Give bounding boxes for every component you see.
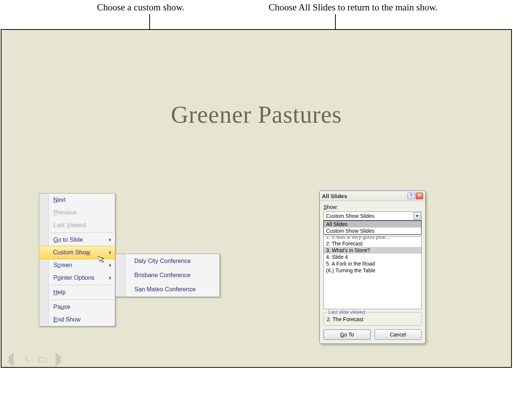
dropdown-item-all-slides[interactable]: All Slides <box>324 221 421 228</box>
list-item[interactable]: 1. It was a very good year... <box>324 236 421 240</box>
menu-item-next[interactable]: Next <box>39 194 115 206</box>
next-slide-icon[interactable] <box>54 355 63 364</box>
menu-item-last-viewed: Last Viewed <box>39 219 115 232</box>
list-item[interactable]: (6.) Turning the Table <box>324 267 421 274</box>
help-button[interactable]: ? <box>407 192 415 199</box>
pen-icon[interactable] <box>22 355 31 364</box>
cancel-button[interactable]: Cancel <box>375 329 422 340</box>
show-label: Show: <box>323 204 422 210</box>
show-combobox[interactable]: Custom Show Slides All Slides Custom Sho… <box>323 211 422 220</box>
last-slide-viewed-label: Last slide viewed <box>327 309 367 315</box>
annotation-right: Choose All Slides to return to the main … <box>269 2 438 13</box>
slides-listbox[interactable]: 1. It was a very good year... 2. The For… <box>323 236 422 309</box>
list-item[interactable]: 2. The Forecast <box>324 240 421 247</box>
menu-item-pause[interactable]: Pause <box>39 301 115 313</box>
submenu-item-brisbane[interactable]: Brisbane Conference <box>116 268 219 282</box>
submenu-item-daly-city[interactable]: Daly City Conference <box>116 254 219 268</box>
menu-item-custom-show[interactable]: Custom Show <box>39 246 115 259</box>
menu-item-previous: Previous <box>39 206 115 219</box>
submenu-icon-strip <box>116 254 125 297</box>
combo-dropdown-list: All Slides Custom Show Slides <box>323 220 422 235</box>
slideshow-nav-controls <box>7 355 63 364</box>
submenu-item-san-mateo[interactable]: San Mateo Conference <box>116 282 219 297</box>
custom-show-submenu: Daly City Conference Brisbane Conference… <box>115 254 220 297</box>
menu-separator <box>50 232 113 233</box>
menu-item-pointer-options[interactable]: Pointer Options <box>39 272 115 284</box>
menu-item-go-to-slide[interactable]: Go to Slide <box>39 233 115 246</box>
all-slides-dialog: All Slides ? ✕ Show: Custom Show Slides … <box>319 191 426 344</box>
last-slide-viewed-group: Last slide viewed 2. The Forecast <box>323 312 422 326</box>
menu-item-help[interactable]: Help <box>39 286 115 299</box>
dropdown-item-custom-show-slides[interactable]: Custom Show Slides <box>324 228 421 234</box>
close-button[interactable]: ✕ <box>416 192 423 199</box>
menu-separator <box>50 300 113 300</box>
combo-dropdown-button[interactable] <box>413 212 421 220</box>
submenu-arrow-icon <box>109 276 111 280</box>
dialog-titlebar[interactable]: All Slides ? ✕ <box>320 191 425 201</box>
slideshow-menu-icon[interactable] <box>38 355 47 364</box>
slideshow-viewport[interactable]: Greener Pastures Next Previous Last View… <box>1 29 512 368</box>
submenu-arrow-icon <box>109 238 111 242</box>
prev-slide-icon[interactable] <box>7 355 16 364</box>
last-slide-viewed-value: 2. The Forecast <box>327 316 418 322</box>
list-item[interactable]: 5. A Fork in the Road <box>324 260 421 267</box>
dialog-title: All Slides <box>322 193 347 199</box>
list-item[interactable]: 3. What's in Store? <box>324 247 421 254</box>
annotation-left: Choose a custom show. <box>97 2 184 13</box>
list-item[interactable]: 4. Slide 4 <box>324 254 421 260</box>
menu-item-screen[interactable]: Screen <box>39 259 115 272</box>
context-menu: Next Previous Last Viewed Go to Slide Cu… <box>39 193 115 326</box>
menu-item-end-show[interactable]: End Show <box>39 313 115 326</box>
menu-separator <box>50 285 113 285</box>
submenu-arrow-icon <box>109 251 111 254</box>
slide-title: Greener Pastures <box>1 101 511 129</box>
go-to-button[interactable]: Go To <box>323 329 371 340</box>
submenu-arrow-icon <box>109 263 111 267</box>
combo-value: Custom Show Slides <box>326 213 374 219</box>
